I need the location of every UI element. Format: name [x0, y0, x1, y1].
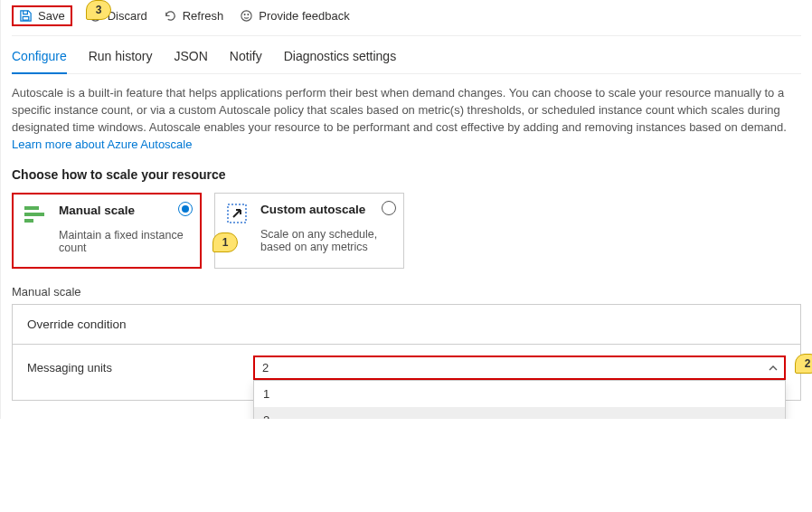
option-2[interactable]: 2	[254, 407, 785, 419]
radio-manual[interactable]	[178, 202, 193, 216]
tabs: Configure Run history JSON Notify Diagno…	[12, 36, 801, 74]
tab-diagnostics[interactable]: Diagnostics settings	[284, 43, 397, 73]
feedback-button[interactable]: Provide feedback	[240, 9, 349, 23]
card-custom-title: Custom autoscale	[260, 203, 365, 216]
feedback-label: Provide feedback	[259, 9, 349, 23]
messaging-units-label: Messaging units	[27, 361, 253, 375]
callout-1: 1	[212, 232, 238, 252]
description-text: Autoscale is a built-in feature that hel…	[12, 86, 787, 134]
dropdown-value: 2	[262, 361, 269, 375]
save-label: Save	[38, 9, 65, 23]
callout-3: 3	[86, 0, 111, 20]
manual-scale-icon	[24, 204, 50, 225]
messaging-units-row: Messaging units 2 1 2 4 8 2	[13, 345, 800, 400]
tab-json[interactable]: JSON	[175, 43, 208, 73]
svg-point-3	[244, 14, 245, 15]
save-button[interactable]: Save	[12, 5, 72, 26]
learn-more-link[interactable]: Learn more about Azure Autoscale	[12, 137, 192, 151]
refresh-button[interactable]: Refresh	[164, 9, 224, 23]
tab-configure[interactable]: Configure	[12, 43, 67, 74]
smiley-icon	[240, 9, 253, 23]
dropdown-options: 1 2 4 8	[253, 380, 786, 419]
panel-header: Override condition	[13, 305, 800, 345]
manual-scale-panel: Override condition Messaging units 2 1 2…	[12, 304, 801, 401]
save-icon	[19, 9, 33, 23]
refresh-icon	[164, 9, 177, 23]
card-custom-autoscale[interactable]: Custom autoscale Scale on any schedule, …	[214, 193, 404, 269]
card-manual-sub: Maintain a fixed instance count	[59, 229, 189, 254]
radio-custom[interactable]	[382, 201, 396, 215]
card-manual-scale[interactable]: Manual scale Maintain a fixed instance c…	[12, 193, 202, 269]
toolbar: Save 3 Discard Refresh Provide feedback	[12, 0, 801, 36]
messaging-units-dropdown-wrap: 2 1 2 4 8	[253, 356, 786, 380]
card-manual-title: Manual scale	[59, 204, 135, 217]
svg-point-2	[241, 11, 251, 21]
svg-point-4	[248, 14, 249, 15]
svg-rect-0	[23, 16, 29, 20]
messaging-units-dropdown[interactable]: 2	[253, 356, 786, 380]
tab-run-history[interactable]: Run history	[89, 43, 153, 73]
discard-label: Discard	[108, 9, 147, 23]
description: Autoscale is a built-in feature that hel…	[12, 74, 789, 158]
callout-2: 2	[795, 354, 812, 374]
svg-rect-5	[24, 206, 39, 210]
chevron-up-icon	[768, 363, 779, 374]
option-1[interactable]: 1	[254, 381, 785, 407]
tab-notify[interactable]: Notify	[230, 43, 262, 73]
svg-rect-6	[24, 213, 44, 216]
card-custom-sub: Scale on any schedule, based on any metr…	[260, 228, 392, 253]
refresh-label: Refresh	[183, 9, 224, 23]
section-label: Manual scale	[12, 285, 801, 299]
scale-cards: Manual scale Maintain a fixed instance c…	[12, 193, 801, 269]
svg-rect-7	[24, 219, 33, 223]
custom-autoscale-icon	[226, 203, 251, 224]
choose-title: Choose how to scale your resource	[12, 167, 801, 182]
